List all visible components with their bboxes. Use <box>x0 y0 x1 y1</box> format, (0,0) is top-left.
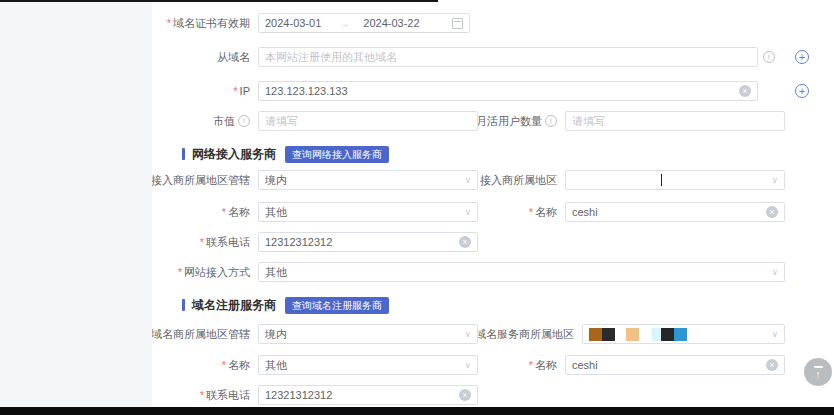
domain-phone-input[interactable] <box>265 387 453 403</box>
left-panel <box>0 0 152 407</box>
region-selection-swatches <box>589 328 687 341</box>
required-marker: * <box>233 85 237 97</box>
date-range-picker[interactable]: 2024-03-01 → 2024-03-22 <box>258 13 470 33</box>
section-accent-bar <box>182 148 185 160</box>
row-access-method: * 网站接入方式 其他 ∨ <box>152 262 834 282</box>
network-name-select-label: * 名称 <box>152 205 258 220</box>
row-network-region: * 接入商所属地区管辖 境内 ∨ * 接入商所属地区 ∨ <box>152 170 834 190</box>
network-jurisdiction-label: * 接入商所属地区管辖 <box>152 173 258 188</box>
clear-icon[interactable]: × <box>739 85 751 97</box>
region-color-swatch <box>652 328 661 341</box>
region-color-swatch <box>674 328 687 341</box>
domain-jurisdiction-select[interactable]: 境内 ∨ <box>258 324 478 344</box>
row-market-mau: 市值 i 月活用户数量 i <box>152 111 834 131</box>
network-region-select[interactable]: ∨ <box>565 170 785 190</box>
section-title: 域名注册服务商 <box>192 297 276 314</box>
form-area: * 域名证书有效期 2024-03-01 → 2024-03-22 从域名 i … <box>152 0 834 407</box>
domain-name-input[interactable] <box>572 357 760 373</box>
ip-label: * IP <box>152 85 258 97</box>
cert-validity-label: * 域名证书有效期 <box>152 16 258 31</box>
clear-icon[interactable]: × <box>459 236 471 248</box>
info-icon: i <box>763 51 775 63</box>
network-name-field: × <box>565 202 785 222</box>
network-phone-label: * 联系电话 <box>152 235 258 250</box>
end-date-value[interactable]: 2024-03-22 <box>363 17 419 29</box>
from-domain-label: 从域名 <box>152 50 258 65</box>
chevron-down-icon: ∨ <box>771 330 778 339</box>
add-domain-button[interactable]: + <box>795 50 809 64</box>
section-title: 网络接入服务商 <box>192 146 276 163</box>
row-from-domain: 从域名 i + <box>152 47 834 67</box>
network-name-input[interactable] <box>572 204 760 220</box>
domain-name-select-label: * 名称 <box>152 358 258 373</box>
query-network-provider-button[interactable]: 查询网络接入服务商 <box>285 146 389 163</box>
network-phone-input[interactable] <box>265 234 453 250</box>
row-domain-names: * 名称 其他 ∨ * 名称 × <box>152 355 834 375</box>
domain-name-input-label: * 名称 <box>478 358 565 373</box>
clear-icon[interactable]: × <box>766 206 778 218</box>
network-name-select[interactable]: 其他 ∨ <box>258 202 478 222</box>
network-jurisdiction-select[interactable]: 境内 ∨ <box>258 170 478 190</box>
chevron-down-icon: ∨ <box>464 176 471 185</box>
network-name-input-label: * 名称 <box>478 205 565 220</box>
row-network-phone: * 联系电话 × <box>152 232 834 252</box>
required-marker: * <box>200 236 204 248</box>
info-icon: i <box>545 115 557 127</box>
bottom-black-bar <box>0 407 834 415</box>
region-color-swatch <box>661 328 674 341</box>
required-marker: * <box>178 266 182 278</box>
region-color-swatch <box>589 328 602 341</box>
access-method-select[interactable]: 其他 ∨ <box>258 262 785 282</box>
required-marker: * <box>167 17 171 29</box>
add-ip-button[interactable]: + <box>795 84 809 98</box>
required-marker: * <box>529 206 533 218</box>
required-marker: * <box>222 359 226 371</box>
ip-field: × <box>258 81 758 101</box>
mau-field <box>565 111 785 131</box>
date-separator-icon: → <box>339 18 349 29</box>
row-network-names: * 名称 其他 ∨ * 名称 × <box>152 202 834 222</box>
domain-name-select[interactable]: 其他 ∨ <box>258 355 478 375</box>
row-domain-region: * 域名商所属地区管辖 境内 ∨ * 域名服务商所属地区 ∨ <box>152 324 834 344</box>
clear-icon[interactable]: × <box>766 359 778 371</box>
market-value-field <box>258 111 478 131</box>
domain-name-field: × <box>565 355 785 375</box>
domain-region-label: * 域名服务商所属地区 <box>478 327 582 342</box>
clear-icon[interactable]: × <box>459 389 471 401</box>
row-ip: * IP × + <box>152 81 834 101</box>
section-accent-bar <box>182 299 185 311</box>
network-region-label: * 接入商所属地区 <box>478 173 565 188</box>
from-domain-field <box>258 47 758 67</box>
market-value-input[interactable] <box>265 113 471 129</box>
access-method-label: * 网站接入方式 <box>152 265 258 280</box>
chevron-down-icon: ∨ <box>464 361 471 370</box>
domain-phone-label: * 联系电话 <box>152 388 258 403</box>
region-color-swatch <box>602 328 615 341</box>
text-cursor <box>661 174 662 186</box>
info-icon: i <box>238 115 250 127</box>
mau-input[interactable] <box>572 113 778 129</box>
region-color-swatch <box>626 328 639 341</box>
required-marker: * <box>200 389 204 401</box>
row-domain-phone: * 联系电话 × <box>152 385 834 405</box>
section-network-provider: 网络接入服务商 查询网络接入服务商 <box>182 145 389 163</box>
ip-input[interactable] <box>265 83 733 99</box>
market-value-label: 市值 i <box>152 114 258 129</box>
required-marker: * <box>529 359 533 371</box>
query-domain-registrar-button[interactable]: 查询域名注册服务商 <box>285 297 389 314</box>
network-phone-field: × <box>258 232 478 252</box>
from-domain-input[interactable] <box>265 49 751 65</box>
calendar-icon <box>452 18 463 29</box>
mau-label: 月活用户数量 i <box>478 114 565 129</box>
chevron-down-icon: ∨ <box>771 268 778 277</box>
back-to-top-button[interactable]: ↑ <box>804 358 832 386</box>
domain-region-select[interactable]: ∨ <box>582 324 785 344</box>
required-marker: * <box>222 206 226 218</box>
chevron-down-icon: ∨ <box>464 330 471 339</box>
chevron-down-icon: ∨ <box>464 208 471 217</box>
domain-jurisdiction-label: * 域名商所属地区管辖 <box>152 327 258 342</box>
domain-phone-field: × <box>258 385 478 405</box>
start-date-value[interactable]: 2024-03-01 <box>265 17 321 29</box>
row-cert-validity: * 域名证书有效期 2024-03-01 → 2024-03-22 <box>152 13 834 33</box>
page: * 域名证书有效期 2024-03-01 → 2024-03-22 从域名 i … <box>0 0 834 415</box>
